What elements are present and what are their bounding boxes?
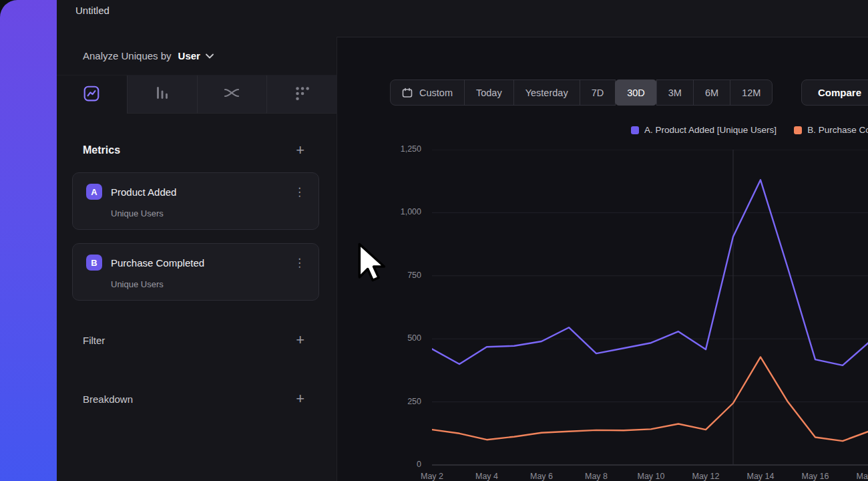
x-tick-label: May 6	[521, 472, 562, 481]
chart-panel: Custom Today Yesterday 7D 30D 3M 6M 12M …	[337, 37, 868, 481]
chart-legend: A. Product Added [Unique Users] B. Purch…	[631, 125, 868, 135]
x-tick-label: May 2	[411, 472, 453, 481]
metric-measurement[interactable]: Unique Users	[111, 279, 308, 289]
calendar-icon	[402, 88, 413, 98]
x-tick-label: May 10	[630, 472, 672, 481]
metric-name[interactable]: Product Added	[111, 186, 291, 198]
legend-item-a[interactable]: A. Product Added [Unique Users]	[631, 125, 777, 135]
metric-card-a[interactable]: A Product Added ⋮ Unique Users	[72, 172, 319, 230]
x-tick-label: May 18	[849, 472, 868, 481]
query-builder-sidebar: Analyze Uniques by User	[57, 37, 337, 481]
plot-area[interactable]	[432, 150, 868, 466]
analyze-label: Analyze Uniques by	[83, 50, 172, 61]
12m-range-button[interactable]: 12M	[730, 79, 773, 106]
y-tick-label: 1,000	[337, 207, 421, 216]
custom-range-button[interactable]: Custom	[390, 79, 465, 106]
breakdown-title: Breakdown	[83, 393, 133, 405]
analytics-app-window: Untitled Analyze Uniques by User	[57, 0, 868, 481]
metric-cards: A Product Added ⋮ Unique Users B Purchas…	[57, 172, 337, 301]
report-title[interactable]: Untitled	[75, 5, 110, 16]
tab-insights[interactable]	[57, 75, 127, 114]
y-tick-label: 750	[337, 271, 421, 280]
flows-icon	[223, 84, 240, 104]
y-tick-label: 250	[337, 397, 421, 406]
legend-label-b: B. Purchase Completed [Unique Users]	[807, 125, 868, 135]
x-tick-label: May 14	[740, 472, 781, 481]
metrics-title: Metrics	[83, 144, 120, 156]
legend-swatch-b	[794, 126, 802, 134]
today-range-button[interactable]: Today	[464, 79, 514, 106]
date-range-toolbar: Custom Today Yesterday 7D 30D 3M 6M 12M	[390, 79, 773, 106]
legend-item-b[interactable]: B. Purchase Completed [Unique Users]	[794, 125, 868, 135]
desktop-gradient-background	[0, 0, 57, 481]
y-tick-label: 0	[337, 460, 421, 469]
y-tick-label: 1,250	[337, 144, 421, 154]
range-label: Custom	[419, 88, 453, 98]
add-metric-button[interactable]: +	[296, 143, 304, 158]
retention-dots-icon	[293, 84, 310, 104]
add-filter-button[interactable]: +	[296, 333, 304, 347]
legend-swatch-a	[631, 126, 639, 134]
analyze-uniques-row: Analyze Uniques by User	[57, 37, 337, 75]
kebab-menu-icon[interactable]: ⋮	[291, 257, 308, 269]
report-type-tabs	[57, 75, 337, 114]
x-tick-label: May 4	[466, 472, 507, 481]
funnel-bars-icon	[154, 84, 171, 104]
metric-name[interactable]: Purchase Completed	[111, 257, 291, 269]
legend-label-a: A. Product Added [Unique Users]	[644, 125, 777, 135]
x-tick-label: May 16	[795, 472, 836, 481]
kebab-menu-icon[interactable]: ⋮	[291, 186, 308, 198]
tab-flows[interactable]	[197, 75, 267, 114]
yesterday-range-button[interactable]: Yesterday	[513, 79, 580, 106]
insights-line-chart-icon	[83, 85, 100, 105]
7d-range-button[interactable]: 7D	[580, 79, 616, 106]
filter-section-header: Filter +	[57, 333, 337, 347]
analyze-by-dropdown[interactable]: User	[178, 50, 200, 61]
30d-range-button[interactable]: 30D	[615, 79, 657, 106]
line-chart[interactable]: 02505007501,0001,250 May 2May 4May 6May …	[337, 150, 868, 481]
breakdown-section-header: Breakdown +	[57, 391, 337, 406]
x-tick-label: May 12	[685, 472, 726, 481]
x-tick-label: May 8	[576, 472, 617, 481]
6m-range-button[interactable]: 6M	[693, 79, 730, 106]
top-bar: Untitled	[57, 0, 868, 37]
filter-title: Filter	[83, 335, 105, 346]
gradient-strip	[0, 0, 57, 481]
metric-measurement[interactable]: Unique Users	[111, 208, 308, 218]
y-tick-label: 500	[337, 333, 421, 343]
compare-button[interactable]: Compare	[801, 79, 868, 106]
metric-letter-badge: B	[86, 255, 102, 271]
chevron-down-icon[interactable]	[206, 53, 214, 59]
tab-retention[interactable]	[266, 75, 337, 114]
3m-range-button[interactable]: 3M	[656, 79, 694, 106]
metric-card-b[interactable]: B Purchase Completed ⋮ Unique Users	[72, 243, 319, 301]
metrics-section-header: Metrics +	[57, 143, 337, 158]
tab-funnels[interactable]	[127, 75, 197, 114]
add-breakdown-button[interactable]: +	[296, 391, 304, 406]
metric-letter-badge: A	[86, 184, 102, 200]
